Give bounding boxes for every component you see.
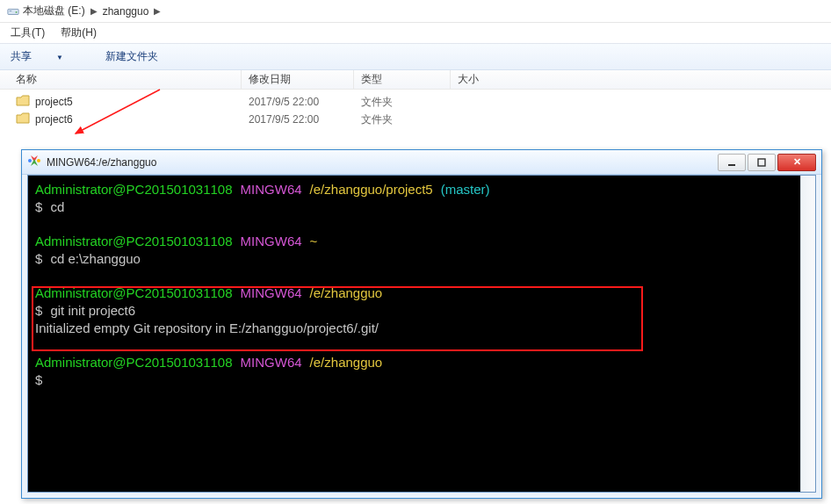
command-text: git init project6	[50, 303, 135, 318]
list-item[interactable]: project5 2017/9/5 22:00 文件夹	[0, 93, 831, 111]
minimize-button[interactable]	[718, 154, 746, 171]
prompt-host: MINGW64	[241, 182, 302, 197]
prompt-user: Administrator@PC201501031108	[35, 285, 233, 300]
prompt-path: /e/zhangguo	[310, 355, 383, 370]
prompt-branch: (master)	[441, 182, 490, 197]
terminal-body[interactable]: Administrator@PC201501031108 MINGW64 /e/…	[28, 176, 800, 492]
terminal-titlebar[interactable]: MINGW64:/e/zhangguo ✕	[22, 150, 821, 175]
toolbar-newfolder[interactable]: 新建文件夹	[105, 49, 158, 64]
prompt-user: Administrator@PC201501031108	[35, 234, 233, 248]
breadcrumb[interactable]: 本地磁盘 (E:) ▶ zhangguo ▶	[0, 0, 831, 23]
menu-help[interactable]: 帮助(H)	[61, 25, 97, 40]
column-size[interactable]: 大小	[451, 70, 500, 89]
file-date: 2017/9/5 22:00	[242, 113, 354, 126]
command-text: cd	[50, 199, 64, 214]
menu-tools[interactable]: 工具(T)	[11, 25, 45, 40]
file-list: project5 2017/9/5 22:00 文件夹 project6 201…	[0, 90, 831, 128]
maximize-button[interactable]	[748, 154, 776, 171]
chevron-right-icon: ▶	[154, 6, 161, 16]
window-controls: ✕	[718, 154, 816, 171]
close-icon: ✕	[793, 156, 801, 168]
list-item[interactable]: project6 2017/9/5 22:00 文件夹	[0, 111, 831, 128]
toolbar: 共享▼ 新建文件夹	[0, 44, 831, 70]
chevron-right-icon: ▶	[90, 6, 98, 16]
caret-down-icon: ▼	[56, 54, 63, 61]
svg-rect-6	[728, 164, 735, 166]
terminal-title-text: MINGW64:/e/zhangguo	[47, 156, 718, 169]
terminal-window: MINGW64:/e/zhangguo ✕ Administrator@PC20…	[21, 149, 822, 499]
svg-rect-0	[8, 9, 18, 14]
folder-icon	[16, 95, 35, 110]
prompt-symbol: $	[35, 303, 42, 318]
scrollbar[interactable]	[800, 176, 815, 492]
svg-point-2	[16, 11, 18, 13]
prompt-host: MINGW64	[241, 285, 302, 300]
prompt-symbol: $	[35, 199, 42, 214]
file-name: project5	[35, 96, 73, 108]
column-headers: 名称 修改日期 类型 大小	[0, 70, 831, 90]
toolbar-share[interactable]: 共享▼	[11, 49, 84, 64]
maximize-icon	[757, 158, 766, 167]
svg-rect-7	[758, 159, 765, 166]
prompt-path: ~	[310, 234, 318, 248]
command-output: Initialized empty Git repository in E:/z…	[35, 320, 379, 335]
file-date: 2017/9/5 22:00	[242, 96, 354, 108]
drive-icon	[7, 4, 23, 18]
prompt-path: /e/zhangguo	[310, 285, 383, 300]
column-type[interactable]: 类型	[354, 70, 451, 89]
file-type: 文件夹	[354, 112, 451, 127]
prompt-symbol: $	[35, 251, 42, 266]
folder-icon	[16, 112, 35, 127]
breadcrumb-folder[interactable]: zhangguo	[103, 5, 149, 18]
command-text: cd e:\zhangguo	[50, 251, 141, 266]
menubar: 工具(T) 帮助(H)	[0, 23, 831, 44]
svg-rect-1	[10, 11, 12, 11]
close-button[interactable]: ✕	[777, 154, 816, 171]
terminal-icon	[27, 154, 47, 170]
svg-point-5	[37, 159, 40, 162]
minimize-icon	[727, 158, 736, 167]
column-date[interactable]: 修改日期	[242, 70, 354, 89]
file-name: project6	[35, 113, 73, 126]
column-name[interactable]: 名称	[0, 70, 242, 89]
prompt-path: /e/zhangguo/project5	[310, 182, 433, 197]
terminal-body-frame: Administrator@PC201501031108 MINGW64 /e/…	[27, 175, 816, 493]
prompt-user: Administrator@PC201501031108	[35, 182, 233, 197]
prompt-host: MINGW64	[241, 355, 302, 370]
prompt-host: MINGW64	[241, 234, 302, 248]
breadcrumb-drive[interactable]: 本地磁盘 (E:)	[23, 4, 85, 18]
prompt-symbol: $	[35, 372, 42, 387]
svg-point-4	[28, 159, 32, 162]
prompt-user: Administrator@PC201501031108	[35, 355, 233, 370]
file-type: 文件夹	[354, 95, 451, 110]
